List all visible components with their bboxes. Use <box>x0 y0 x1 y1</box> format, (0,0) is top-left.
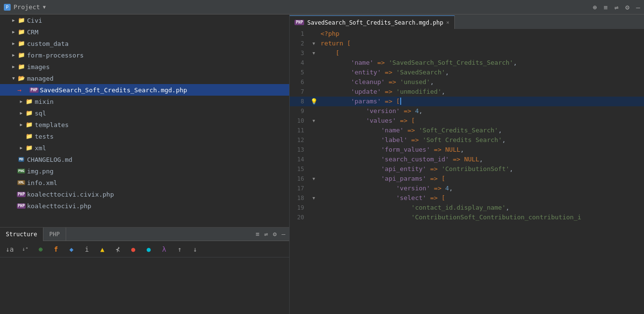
bulb-icon-8[interactable]: 💡 <box>310 97 318 106</box>
code-line-5: 5 'entity' => 'SavedSearch', <box>290 68 644 77</box>
red-arrow-indicator: → <box>17 86 21 94</box>
sidebar-item-images[interactable]: images <box>0 61 289 72</box>
main-layout: Civi CRM custom_data form-processors <box>0 14 644 314</box>
managed-label: managed <box>27 75 54 82</box>
code-line-1: 1 <?php <box>290 29 644 39</box>
sidebar-item-templates[interactable]: templates <box>0 119 289 130</box>
changelog-md-icon: MD <box>17 156 25 163</box>
fold-icon-3[interactable]: ▼ <box>312 48 315 58</box>
tab-close-btn[interactable]: × <box>446 19 449 26</box>
sidebar-item-img-png[interactable]: PNG img.png <box>0 165 289 177</box>
sidebar-item-koalect-php[interactable]: PHP koalecttocivi.php <box>0 200 289 212</box>
fold-icon-16[interactable]: ▼ <box>312 174 315 184</box>
fold-icon-18[interactable]: ▼ <box>312 193 315 203</box>
info-icon[interactable]: i <box>81 243 93 255</box>
form-processors-icon <box>17 51 25 59</box>
editor-tab-savedsearch[interactable]: PHP SavedSearch_Soft_Credits_Search.mgd.… <box>290 15 455 29</box>
globe-icon[interactable]: ⊕ <box>593 3 597 11</box>
bottom-align2-icon[interactable]: ⇌ <box>265 230 268 238</box>
sidebar-item-mixin[interactable]: mixin <box>0 96 289 107</box>
xml-label: xml <box>35 144 46 152</box>
editor-content[interactable]: 1 <?php 2 ▼ return [ 3 ▼ [ 4 'na <box>290 29 644 314</box>
crm-label: CRM <box>27 29 38 36</box>
align-icon[interactable]: ≡ <box>603 3 607 11</box>
code-line-7: 7 'update' => 'unmodified', <box>290 87 644 97</box>
civi-arrow <box>10 16 17 24</box>
sidebar-item-crm[interactable]: CRM <box>0 26 289 38</box>
sidebar-item-civi[interactable]: Civi <box>0 14 289 26</box>
mixin-folder-icon <box>25 98 33 105</box>
sidebar-item-savedsearch[interactable]: → PHP SavedSearch_Soft_Credits_Search.mg… <box>0 84 289 96</box>
sort-alpha-icon[interactable]: ↓ᵃ <box>19 243 31 255</box>
crm-arrow <box>10 28 17 36</box>
code-line-8: 8 💡 'params' => [ <box>290 97 644 106</box>
code-line-14: 14 'search_custom_id' => NULL, <box>290 155 644 164</box>
minimize-icon[interactable]: — <box>636 3 640 11</box>
sidebar-item-sql[interactable]: sql <box>0 107 289 119</box>
settings-icon[interactable]: ⚙ <box>625 3 629 11</box>
custom-data-folder-icon <box>17 40 25 47</box>
img-png-label: img.png <box>27 168 54 175</box>
editor-tab-label: SavedSearch_Soft_Credits_Search.mgd.php <box>307 19 443 26</box>
templates-arrow <box>17 121 25 128</box>
images-arrow <box>10 63 17 71</box>
code-line-2: 2 ▼ return [ <box>290 39 644 48</box>
images-folder-icon <box>17 63 25 71</box>
savedsearch-label: SavedSearch_Soft_Credits_Search.mgd.php <box>40 86 187 94</box>
sidebar-item-tests[interactable]: tests <box>0 130 289 142</box>
xml-folder-icon <box>25 144 33 152</box>
sidebar: Civi CRM custom_data form-processors <box>0 14 290 227</box>
koalect-civix-label: koalecttocivi.civix.php <box>27 191 114 198</box>
fold-icon-10[interactable]: ▼ <box>312 116 315 126</box>
sidebar-item-xml[interactable]: xml <box>0 142 289 154</box>
dropdown-arrow[interactable]: ▼ <box>43 4 46 10</box>
sql-folder-icon <box>25 109 33 117</box>
sidebar-item-custom-data[interactable]: custom_data <box>0 38 289 49</box>
diamond-icon[interactable]: ◆ <box>66 243 77 255</box>
bottom-minimize-icon[interactable]: — <box>281 230 285 238</box>
lambda-icon[interactable]: λ <box>158 243 170 255</box>
project-icon: P <box>4 4 11 11</box>
push-up-icon[interactable]: ↑ <box>174 243 185 255</box>
savedsearch-php-icon: PHP <box>30 86 38 94</box>
push-down-icon[interactable]: ↓ <box>189 243 201 255</box>
sidebar-item-info-xml[interactable]: XML info.xml <box>0 177 289 188</box>
info-xml-icon: XML <box>17 179 25 186</box>
tests-label: tests <box>35 133 54 140</box>
mixin-arrow <box>17 98 25 105</box>
align2-icon[interactable]: ⇌ <box>615 3 618 11</box>
editor-tabs: PHP SavedSearch_Soft_Credits_Search.mgd.… <box>290 14 644 29</box>
add-node-icon[interactable]: ⊕ <box>35 243 46 255</box>
circle-cyan-icon[interactable]: ● <box>143 243 154 255</box>
koalect-php-label: koalecttocivi.php <box>27 202 91 210</box>
form-processors-label: form-processors <box>27 52 84 59</box>
warning-icon[interactable]: ▲ <box>97 243 108 255</box>
civi-label: Civi <box>27 17 42 24</box>
function-icon[interactable]: f <box>50 243 62 255</box>
bottom-panel: Structure PHP ≡ ⇌ ⚙ — ↓a ↓ᵃ ⊕ f ◆ i ▲ ⊀ … <box>0 227 289 314</box>
circle-red-icon[interactable]: ● <box>127 243 139 255</box>
bottom-settings-icon[interactable]: ⚙ <box>273 230 277 238</box>
tab-structure[interactable]: Structure <box>0 228 43 241</box>
sidebar-item-form-processors[interactable]: form-processors <box>0 49 289 61</box>
code-line-20: 20 'ContributionSoft_Contribution_contri… <box>290 213 644 222</box>
bottom-align-icon[interactable]: ≡ <box>256 230 260 238</box>
custom-data-label: custom_data <box>27 40 69 47</box>
code-line-19: 19 'contact_id.display_name', <box>290 203 644 213</box>
templates-folder-icon <box>25 121 33 128</box>
tests-folder-icon <box>25 132 33 140</box>
sort-down-icon[interactable]: ↓a <box>4 243 15 255</box>
sidebar-item-koalect-civix[interactable]: PHP koalecttocivi.civix.php <box>0 188 289 200</box>
img-png-icon: PNG <box>17 167 25 175</box>
mixin-label: mixin <box>35 98 54 105</box>
managed-folder-icon <box>17 74 25 82</box>
fold-icon-2[interactable]: ▼ <box>312 39 315 48</box>
filter-icon[interactable]: ⊀ <box>112 243 124 255</box>
bottom-toolbar: ↓a ↓ᵃ ⊕ f ◆ i ▲ ⊀ ● ● λ ↑ ↓ <box>0 241 289 257</box>
sidebar-item-changelog[interactable]: MD CHANGELOG.md <box>0 154 289 165</box>
custom-data-arrow <box>10 40 17 47</box>
tab-php[interactable]: PHP <box>43 228 66 241</box>
sidebar-item-managed[interactable]: managed <box>0 72 289 84</box>
koalect-civix-php-icon: PHP <box>17 190 25 198</box>
project-title: Project <box>14 3 40 11</box>
